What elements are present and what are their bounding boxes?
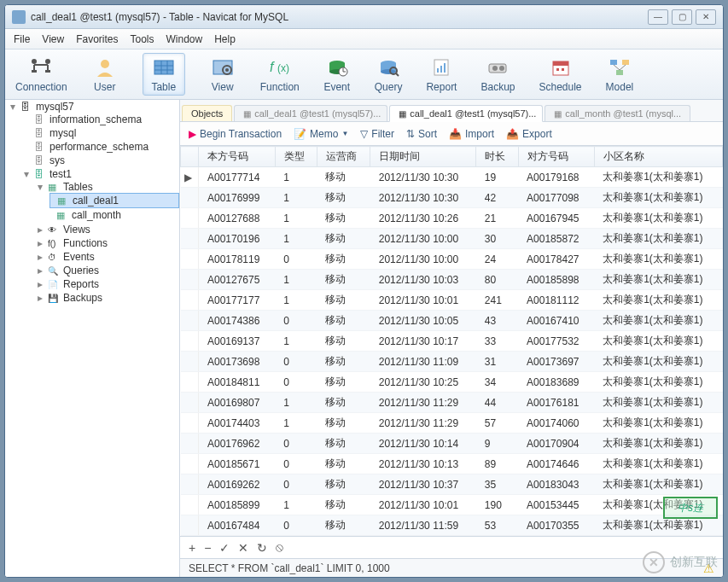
svg-rect-42 bbox=[616, 70, 623, 75]
table-row[interactable]: A001856710移动2012/11/30 10:1389A00174646太… bbox=[181, 454, 723, 474]
col-header[interactable]: 运营商 bbox=[317, 147, 370, 167]
tree-db-mysql[interactable]: mysql bbox=[22, 126, 179, 140]
svg-point-5 bbox=[32, 59, 37, 64]
tab-0[interactable]: Objects bbox=[182, 105, 232, 121]
export-button[interactable]: 📤Export bbox=[506, 128, 552, 140]
table-row[interactable]: A001736980移动2012/11/30 11:0931A00173697太… bbox=[181, 352, 723, 372]
toolbar-model[interactable]: Model bbox=[606, 55, 634, 93]
table-row[interactable]: A001771771移动2012/11/30 10:01241A00181112… bbox=[181, 290, 723, 311]
table-row[interactable]: A001858991移动2012/11/30 10:01190A00153445… bbox=[181, 495, 723, 515]
status-query: SELECT * FROM `call_deal1` LIMIT 0, 1000 bbox=[189, 562, 390, 574]
data-grid[interactable]: 本方号码类型运营商日期时间时长对方号码小区名称 ▶A001777141移动201… bbox=[180, 146, 723, 536]
watermark: ✕ 创新互联 bbox=[643, 551, 718, 573]
import-button[interactable]: 📥Import bbox=[449, 128, 494, 140]
col-header[interactable]: 小区名称 bbox=[594, 147, 722, 167]
col-header[interactable]: 日期时间 bbox=[370, 147, 476, 167]
stop-button[interactable]: ⦸ bbox=[276, 540, 283, 555]
toolbar-function[interactable]: f(x)Function bbox=[260, 55, 300, 93]
toolbar-table[interactable]: Table bbox=[143, 53, 185, 96]
table-row[interactable]: A001276881移动2012/11/30 10:2621A00167945太… bbox=[181, 208, 723, 229]
menu-window[interactable]: Window bbox=[166, 33, 203, 45]
add-row-button[interactable]: + bbox=[189, 541, 195, 555]
table-row[interactable]: A001769620移动2012/11/30 10:149A00170904太和… bbox=[181, 434, 723, 454]
tab-3[interactable]: ▦call_month @test1 (mysql... bbox=[545, 105, 690, 121]
menu-file[interactable]: File bbox=[14, 33, 30, 45]
connection-tree[interactable]: ▾mysql57 information_schemamysqlperforma… bbox=[5, 100, 180, 577]
filter-button[interactable]: ▽Filter bbox=[360, 128, 394, 140]
table-row[interactable]: A001769991移动2012/11/30 10:3042A00177098太… bbox=[181, 188, 723, 208]
memo-button[interactable]: 📝Memo▼ bbox=[294, 128, 348, 140]
toolbar-report[interactable]: Report bbox=[426, 55, 457, 93]
menu-favorites[interactable]: Favorites bbox=[76, 33, 118, 45]
col-header[interactable]: 时长 bbox=[476, 147, 518, 167]
tree-db-test1[interactable]: ▾test1 ▾Tables call_deal1call_month ▸👁Vi… bbox=[22, 167, 179, 306]
table-row[interactable]: A001698071移动2012/11/30 11:2944A00176181太… bbox=[181, 393, 723, 413]
toolbar-view[interactable]: View bbox=[209, 55, 236, 93]
filter-icon: ▽ bbox=[360, 128, 368, 140]
toolbar-backup[interactable]: Backup bbox=[480, 55, 515, 93]
tree-db-information_schema[interactable]: information_schema bbox=[22, 113, 179, 126]
grid-footer-toolbar: + − ✓ ✕ ↻ ⦸ bbox=[180, 536, 723, 558]
menu-tools[interactable]: Tools bbox=[131, 33, 154, 45]
col-header[interactable]: 本方号码 bbox=[199, 147, 276, 167]
svg-rect-30 bbox=[437, 68, 439, 73]
menu-help[interactable]: Help bbox=[214, 33, 236, 45]
menu-view[interactable]: View bbox=[42, 33, 64, 45]
tree-table-call_month[interactable]: call_month bbox=[50, 208, 179, 222]
tree-node-queries[interactable]: ▸🔍Queries bbox=[36, 264, 179, 277]
svg-rect-32 bbox=[444, 63, 446, 73]
col-header[interactable]: 类型 bbox=[275, 147, 317, 167]
tree-node-backups[interactable]: ▸💾Backups bbox=[36, 291, 179, 305]
backup-icon bbox=[484, 55, 511, 79]
model-icon bbox=[606, 55, 633, 79]
col-header[interactable]: 对方号码 bbox=[518, 147, 594, 167]
table-row[interactable]: A001743860移动2012/11/30 10:0543A00167410太… bbox=[181, 311, 723, 331]
table-row[interactable]: A001674840移动2012/11/30 11:5953A00170355太… bbox=[181, 515, 723, 536]
begin-transaction-button[interactable]: ▶Begin Transaction bbox=[189, 128, 282, 140]
table-row[interactable]: A001848110移动2012/11/30 10:2534A00183689太… bbox=[181, 372, 723, 393]
toolbar-connection[interactable]: Connection bbox=[15, 55, 67, 93]
svg-text:(x): (x) bbox=[277, 62, 289, 74]
tree-db-sys[interactable]: sys bbox=[22, 154, 179, 167]
tree-tables-folder[interactable]: Tables bbox=[63, 181, 93, 193]
table-row[interactable]: A001781190移动2012/11/30 10:0024A00178427太… bbox=[181, 249, 723, 270]
delete-row-button[interactable]: − bbox=[204, 541, 211, 555]
tree-node-reports[interactable]: ▸📄Reports bbox=[36, 277, 179, 291]
toolbar-schedule[interactable]: Schedule bbox=[539, 55, 582, 93]
refresh-button[interactable]: ↻ bbox=[257, 541, 267, 555]
table-row[interactable]: A001701961移动2012/11/30 10:0030A00185872太… bbox=[181, 229, 723, 249]
svg-point-15 bbox=[225, 68, 229, 72]
svg-rect-41 bbox=[622, 60, 629, 65]
table-row[interactable]: ▶A001777141移动2012/11/30 10:3019A00179168… bbox=[181, 167, 723, 188]
tree-table-call_deal1[interactable]: call_deal1 bbox=[50, 193, 179, 208]
tab-1[interactable]: ▦call_deal1 @test1 (mysql57)... bbox=[234, 105, 387, 121]
close-button[interactable]: ✕ bbox=[696, 9, 716, 25]
table-row[interactable]: A001276751移动2012/11/30 10:0380A00185898太… bbox=[181, 270, 723, 290]
tab-2[interactable]: ▦call_deal1 @test1 (mysql57)... bbox=[389, 105, 543, 122]
table-row[interactable]: A001691371移动2012/11/30 10:1733A00177532太… bbox=[181, 331, 723, 352]
tree-connection[interactable]: mysql57 bbox=[36, 101, 74, 113]
toolbar-event[interactable]: Event bbox=[323, 55, 351, 93]
table-row[interactable]: A001744031移动2012/11/30 11:2957A00174060太… bbox=[181, 413, 723, 434]
tree-node-views[interactable]: ▸👁Views bbox=[36, 223, 179, 236]
cancel-edit-button[interactable]: ✕ bbox=[238, 541, 248, 555]
status-bar: SELECT * FROM `call_deal1` LIMIT 0, 1000… bbox=[180, 558, 723, 577]
svg-point-34 bbox=[492, 66, 498, 71]
tree-node-functions[interactable]: ▸f()Functions bbox=[36, 236, 179, 250]
svg-rect-31 bbox=[440, 66, 442, 73]
sort-icon: ⇅ bbox=[406, 128, 415, 140]
tree-node-events[interactable]: ▸⏱Events bbox=[36, 250, 179, 264]
memo-icon: 📝 bbox=[294, 128, 306, 140]
apply-button[interactable]: ✓ bbox=[219, 541, 230, 555]
toolbar-query[interactable]: Query bbox=[375, 55, 403, 93]
svg-line-43 bbox=[614, 65, 620, 70]
table-row[interactable]: A001692620移动2012/11/30 10:3735A00183043太… bbox=[181, 474, 723, 495]
minimize-button[interactable]: — bbox=[648, 9, 668, 25]
tree-db-performance_schema[interactable]: performance_schema bbox=[22, 140, 179, 154]
sort-button[interactable]: ⇅Sort bbox=[406, 128, 437, 140]
report-icon bbox=[428, 55, 455, 79]
maximize-button[interactable]: ▢ bbox=[672, 9, 692, 25]
main-toolbar: ConnectionUserTableViewf(x)FunctionEvent… bbox=[5, 49, 723, 100]
toolbar-user[interactable]: User bbox=[91, 55, 119, 93]
app-icon bbox=[12, 10, 26, 24]
